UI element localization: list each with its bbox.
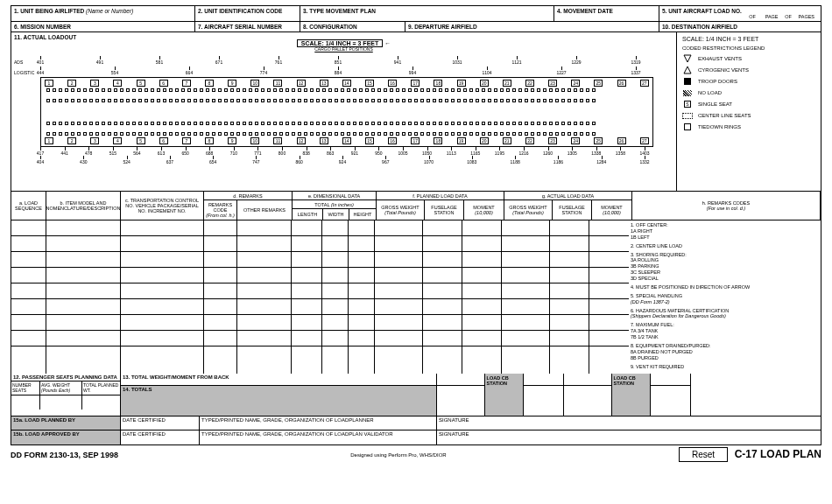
data-cell[interactable]	[589, 236, 629, 252]
data-cell[interactable]	[292, 331, 321, 346]
data-cell[interactable]	[502, 252, 549, 268]
data-cell[interactable]	[11, 220, 46, 236]
data-cell[interactable]	[589, 268, 629, 284]
data-cell[interactable]	[204, 315, 236, 331]
data-cell[interactable]	[237, 284, 291, 299]
data-cell[interactable]	[502, 236, 549, 252]
data-cell[interactable]	[322, 284, 348, 299]
data-cell[interactable]	[349, 299, 374, 315]
data-cell[interactable]	[322, 299, 348, 315]
data-cell[interactable]	[46, 252, 120, 268]
data-cell[interactable]	[292, 268, 321, 284]
data-cell[interactable]	[423, 284, 462, 299]
data-cell[interactable]	[11, 331, 46, 346]
data-cell[interactable]	[292, 236, 321, 252]
data-cell[interactable]	[46, 220, 120, 236]
data-cell[interactable]	[237, 268, 291, 284]
data-cell[interactable]	[550, 284, 589, 299]
data-cell[interactable]	[423, 220, 462, 236]
seats-data-row[interactable]	[11, 396, 120, 410]
data-cell[interactable]	[550, 315, 589, 331]
data-cell[interactable]	[423, 299, 462, 315]
data-cell[interactable]	[589, 331, 629, 346]
signature-b[interactable]: SIGNATURE	[437, 430, 821, 444]
reset-button[interactable]: Reset	[679, 447, 728, 462]
data-cell[interactable]	[121, 268, 203, 284]
data-cell[interactable]	[502, 299, 549, 315]
field-10[interactable]: 10. DESTINATION AIRFIELD	[659, 22, 821, 32]
field-2[interactable]: 2. UNIT IDENTIFICATION CODE	[195, 6, 300, 21]
data-cell[interactable]	[462, 299, 501, 315]
data-cell[interactable]	[349, 220, 374, 236]
data-cell[interactable]	[322, 236, 348, 252]
data-cell[interactable]	[375, 268, 422, 284]
field-6[interactable]: 6. MISSION NUMBER	[11, 22, 195, 32]
data-cell[interactable]	[423, 252, 462, 268]
data-cell[interactable]	[121, 236, 203, 252]
data-cell[interactable]	[349, 252, 374, 268]
data-cell[interactable]	[46, 331, 120, 346]
data-cell[interactable]	[349, 284, 374, 299]
data-cell[interactable]	[589, 284, 629, 299]
data-cell[interactable]	[322, 315, 348, 331]
data-cell[interactable]	[375, 331, 422, 346]
data-cell[interactable]	[46, 236, 120, 252]
seats-tp-cell[interactable]	[82, 396, 120, 410]
data-cell[interactable]	[237, 331, 291, 346]
data-cell[interactable]	[237, 252, 291, 268]
typed-name-b[interactable]: TYPED/PRINTED NAME, GRADE, ORGANIZATION …	[200, 430, 437, 444]
field-8[interactable]: 8. CONFIGURATION	[300, 22, 405, 32]
data-cell[interactable]	[462, 220, 501, 236]
data-cell[interactable]	[462, 252, 501, 268]
field-3[interactable]: 3. TYPE MOVEMENT PLAN	[300, 6, 554, 21]
data-cell[interactable]	[462, 268, 501, 284]
data-cell[interactable]	[462, 236, 501, 252]
data-cell[interactable]	[375, 284, 422, 299]
data-cell[interactable]	[204, 299, 236, 315]
data-cell[interactable]	[292, 315, 321, 331]
data-cell[interactable]	[462, 315, 501, 331]
field-9[interactable]: 9. DEPARTURE AIRFIELD	[405, 22, 659, 32]
data-cell[interactable]	[502, 220, 549, 236]
data-cell[interactable]	[121, 284, 203, 299]
data-cell[interactable]	[502, 284, 549, 299]
data-cell[interactable]	[292, 220, 321, 236]
data-cell[interactable]	[237, 315, 291, 331]
data-cell[interactable]	[589, 220, 629, 236]
data-cell[interactable]	[550, 268, 589, 284]
data-cell[interactable]	[423, 315, 462, 331]
seats-avg-cell[interactable]	[40, 396, 82, 410]
data-cell[interactable]	[204, 268, 236, 284]
data-cell[interactable]	[550, 299, 589, 315]
data-cell[interactable]	[11, 299, 46, 315]
data-cell[interactable]	[237, 236, 291, 252]
data-cell[interactable]	[121, 299, 203, 315]
data-cell[interactable]	[322, 331, 348, 346]
data-cell[interactable]	[237, 299, 291, 315]
data-cell[interactable]	[589, 252, 629, 268]
data-cell[interactable]	[11, 236, 46, 252]
date-cert-a[interactable]: DATE CERTIFIED	[121, 416, 200, 430]
data-cell[interactable]	[121, 331, 203, 346]
seats-num-cell[interactable]	[11, 396, 40, 410]
data-cell[interactable]	[589, 299, 629, 315]
data-cell[interactable]	[502, 331, 549, 346]
data-cell[interactable]	[550, 236, 589, 252]
data-cell[interactable]	[292, 252, 321, 268]
data-cell[interactable]	[423, 236, 462, 252]
data-cell[interactable]	[322, 268, 348, 284]
data-cell[interactable]	[121, 220, 203, 236]
data-cell[interactable]	[349, 236, 374, 252]
data-cell[interactable]	[46, 268, 120, 284]
data-cell[interactable]	[11, 315, 46, 331]
data-cell[interactable]	[46, 315, 120, 331]
data-cell[interactable]	[11, 252, 46, 268]
data-cell[interactable]	[11, 268, 46, 284]
data-cell[interactable]	[204, 331, 236, 346]
data-cell[interactable]	[204, 284, 236, 299]
data-cell[interactable]	[550, 331, 589, 346]
data-cell[interactable]	[349, 315, 374, 331]
data-cell[interactable]	[322, 220, 348, 236]
data-cell[interactable]	[375, 236, 422, 252]
data-cell[interactable]	[502, 315, 549, 331]
